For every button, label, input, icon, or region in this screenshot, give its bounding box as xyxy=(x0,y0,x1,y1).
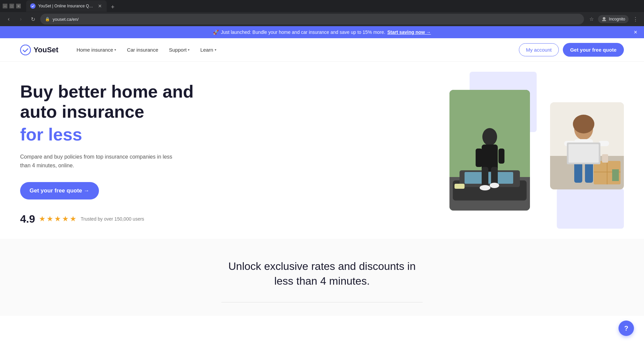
nav-actions: My account Get your free quote xyxy=(519,43,624,57)
browser-toolbar: ‹ › ↻ 🔒 youset.ca/en/ ☆ Incognito ⋮ xyxy=(0,12,644,26)
browser-chrome: ─ □ ✕ YouSet | Online Insurance Quo... ✕… xyxy=(0,0,644,26)
svg-rect-15 xyxy=(482,167,488,187)
star-rating: ★ ★ ★ ★ ★ xyxy=(39,215,76,223)
tab-close-button[interactable]: ✕ xyxy=(97,3,103,9)
star-5: ★ xyxy=(70,215,76,223)
tab-bar: YouSet | Online Insurance Quo... ✕ + xyxy=(23,0,120,12)
navbar: YouSet Home insurance ▾ Car insurance Su… xyxy=(0,38,644,62)
hero-title-line1: Buy better home and xyxy=(20,82,194,101)
hero-bg-decoration-bottom xyxy=(557,188,624,229)
window-controls: ─ □ ✕ xyxy=(3,4,21,8)
logo-icon xyxy=(20,45,31,55)
logo-text: YouSet xyxy=(34,46,58,54)
nav-label-support: Support xyxy=(169,47,187,53)
banner-text: Just launched: Bundle your home and car … xyxy=(221,30,385,35)
hero-cta-button[interactable]: Get your free quote → xyxy=(20,182,99,199)
svg-rect-13 xyxy=(476,149,482,167)
forward-button[interactable]: › xyxy=(16,14,25,24)
svg-rect-24 xyxy=(612,169,619,181)
star-3: ★ xyxy=(54,215,61,223)
hero-title: Buy better home and auto insurance xyxy=(20,82,221,122)
browser-titlebar: ─ □ ✕ YouSet | Online Insurance Quo... ✕… xyxy=(0,0,644,12)
rating-number: 4.9 xyxy=(20,213,35,225)
nav-links: Home insurance ▾ Car insurance Support ▾… xyxy=(72,44,519,55)
hero-image-laptop-woman xyxy=(550,102,624,189)
bottom-section: Unlock exclusive rates and discounts in … xyxy=(0,239,644,316)
chevron-down-icon-learn: ▾ xyxy=(215,48,216,52)
window-minimize-button[interactable]: ─ xyxy=(3,4,7,8)
svg-point-18 xyxy=(490,183,499,188)
svg-rect-33 xyxy=(569,144,599,163)
incognito-icon xyxy=(601,16,607,22)
hero-content: Buy better home and auto insurance for l… xyxy=(20,82,221,225)
hero-title-accent: for less xyxy=(20,125,221,145)
hero-rating: 4.9 ★ ★ ★ ★ ★ Trusted by over 150,000 us… xyxy=(20,213,221,225)
window-close-button[interactable]: ✕ xyxy=(16,4,21,8)
chevron-down-icon: ▾ xyxy=(114,48,116,52)
svg-point-26 xyxy=(573,115,594,133)
svg-point-17 xyxy=(480,185,490,190)
hero-title-line2: auto insurance xyxy=(20,102,144,121)
svg-rect-10 xyxy=(454,184,465,189)
tab-favicon xyxy=(30,3,36,9)
back-button[interactable]: ‹ xyxy=(4,14,13,24)
announcement-banner: 🚀 Just launched: Bundle your home and ca… xyxy=(0,26,644,38)
hero-section: Buy better home and auto insurance for l… xyxy=(0,62,644,239)
lock-icon: 🔒 xyxy=(45,17,50,21)
rating-trust-text: Trusted by over 150,000 users xyxy=(80,216,144,222)
chevron-down-icon-support: ▾ xyxy=(188,48,190,52)
rocket-emoji: 🚀 xyxy=(213,30,219,35)
svg-rect-14 xyxy=(498,149,504,164)
active-tab[interactable]: YouSet | Online Insurance Quo... ✕ xyxy=(26,0,107,12)
logo-link[interactable]: YouSet xyxy=(20,45,58,55)
tab-title: YouSet | Online Insurance Quo... xyxy=(38,4,95,8)
bottom-title: Unlock exclusive rates and discounts in … xyxy=(221,259,423,289)
svg-point-3 xyxy=(20,45,31,55)
nav-label-home-insurance: Home insurance xyxy=(76,47,113,53)
svg-point-11 xyxy=(482,128,497,146)
divider xyxy=(221,302,423,302)
nav-item-car-insurance[interactable]: Car insurance xyxy=(122,44,163,55)
svg-point-0 xyxy=(31,4,35,8)
banner-close-button[interactable]: × xyxy=(634,29,637,36)
nav-label-learn: Learn xyxy=(200,47,213,53)
nav-item-home-insurance[interactable]: Home insurance ▾ xyxy=(72,44,121,55)
star-4: ★ xyxy=(62,215,69,223)
bookmark-icon[interactable]: ☆ xyxy=(587,14,596,24)
star-2: ★ xyxy=(47,215,53,223)
star-1: ★ xyxy=(39,215,46,223)
banner-link[interactable]: Start saving now → xyxy=(387,30,431,35)
my-account-button[interactable]: My account xyxy=(519,43,559,56)
nav-label-car-insurance: Car insurance xyxy=(127,47,158,53)
incognito-label: Incognito xyxy=(609,17,625,21)
address-bar[interactable]: 🔒 youset.ca/en/ xyxy=(40,14,584,24)
nav-item-support[interactable]: Support ▾ xyxy=(164,44,195,55)
refresh-button[interactable]: ↻ xyxy=(28,14,38,24)
page-content: 🚀 Just launched: Bundle your home and ca… xyxy=(0,26,644,316)
hero-images xyxy=(443,62,644,239)
svg-rect-34 xyxy=(602,154,608,163)
hero-image-car-man xyxy=(449,90,530,211)
svg-point-1 xyxy=(603,17,605,20)
url-text: youset.ca/en/ xyxy=(53,17,78,22)
nav-item-learn[interactable]: Learn ▾ xyxy=(196,44,221,55)
window-restore-button[interactable]: □ xyxy=(9,4,14,8)
new-tab-button[interactable]: + xyxy=(108,2,117,12)
incognito-button[interactable]: Incognito xyxy=(598,15,629,23)
get-quote-button[interactable]: Get your free quote xyxy=(563,43,624,57)
toolbar-right: ☆ Incognito ⋮ xyxy=(587,14,640,24)
menu-icon[interactable]: ⋮ xyxy=(631,14,640,24)
hero-subtitle: Compare and buy policies from top insura… xyxy=(20,153,181,170)
svg-rect-2 xyxy=(602,20,606,21)
